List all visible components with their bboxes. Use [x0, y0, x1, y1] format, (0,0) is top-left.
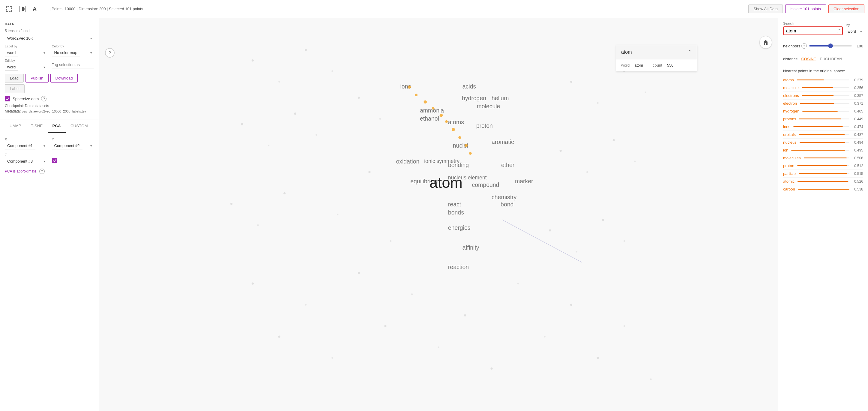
- nearest-item-name[interactable]: carbon: [783, 187, 795, 192]
- svg-text:marker: marker: [515, 178, 533, 184]
- svg-text:affinity: affinity: [463, 244, 479, 251]
- nearest-item-name[interactable]: molecule: [783, 86, 799, 90]
- show-all-btn[interactable]: Show All Data: [748, 4, 783, 13]
- y-axis-group: Y Component #2: [52, 138, 94, 149]
- atom-card-close[interactable]: ⌃: [687, 49, 692, 56]
- tab-custom[interactable]: CUSTOM: [66, 119, 93, 133]
- nearest-item: atoms0.279: [783, 76, 863, 84]
- svg-point-46: [390, 240, 392, 242]
- clear-selection-btn[interactable]: Clear selection: [829, 4, 864, 13]
- label-button[interactable]: Label: [5, 84, 25, 93]
- search-input[interactable]: [786, 28, 834, 33]
- nearest-section: Nearest points in the original space: at…: [778, 65, 868, 197]
- select-rect-btn[interactable]: [4, 4, 14, 14]
- nearest-item-bar-wrap: [804, 157, 849, 158]
- y-axis-select[interactable]: Component #2: [52, 142, 83, 149]
- atom-card-title: atom: [621, 50, 632, 55]
- nearest-item-name[interactable]: electrons: [783, 93, 799, 98]
- nearest-item-bar-wrap: [797, 80, 849, 80]
- svg-point-68: [332, 357, 333, 358]
- help-button[interactable]: ?: [105, 48, 115, 58]
- edit-by-select[interactable]: word: [5, 64, 18, 71]
- nearest-item-name[interactable]: nucleus: [783, 140, 797, 145]
- z-enable-checkbox[interactable]: [52, 158, 57, 163]
- nearest-item-value: 0.371: [852, 101, 863, 106]
- nearest-item-bar-wrap: [800, 103, 849, 104]
- svg-text:molecule: molecule: [476, 103, 500, 110]
- tag-selection-group: [52, 61, 94, 68]
- nearest-item-name[interactable]: ion: [783, 148, 788, 152]
- nearest-item: molecule0.356: [783, 84, 863, 92]
- nearest-item-bar: [791, 150, 845, 151]
- nearest-item: carbon0.538: [783, 185, 863, 193]
- isolate-btn[interactable]: Isolate 101 points: [785, 4, 826, 13]
- svg-line-30: [502, 220, 582, 263]
- x-axis-label: X: [5, 138, 47, 141]
- nearest-item-value: 0.512: [852, 164, 863, 168]
- x-axis-select[interactable]: Component #1: [5, 142, 35, 149]
- nearest-item-name[interactable]: orbitals: [783, 132, 796, 137]
- sphereize-help-icon[interactable]: ?: [41, 96, 46, 101]
- nearest-item: atomic0.526: [783, 178, 863, 185]
- download-button[interactable]: Download: [51, 74, 78, 83]
- search-input-container: Search .*: [783, 22, 843, 35]
- nearest-item-bar-wrap: [798, 189, 849, 189]
- toolbar-right: Show All Data Isolate 101 points Clear s…: [748, 4, 864, 13]
- nearest-item-value: 0.449: [852, 117, 863, 121]
- nearest-item-name[interactable]: protons: [783, 117, 796, 121]
- euclidean-option[interactable]: EUCLIDEAN: [820, 57, 842, 61]
- tab-tsne[interactable]: T-SNE: [26, 119, 48, 133]
- svg-point-51: [560, 150, 562, 152]
- svg-point-67: [278, 336, 280, 338]
- home-button[interactable]: [760, 36, 772, 49]
- publish-button[interactable]: Publish: [26, 74, 49, 83]
- nearest-item-name[interactable]: hydrogen: [783, 109, 799, 113]
- search-clear-icon[interactable]: .*: [837, 28, 840, 34]
- svg-text:reaction: reaction: [448, 264, 469, 270]
- neighbors-help-icon[interactable]: ?: [801, 43, 807, 49]
- nearest-item-name[interactable]: particle: [783, 171, 796, 176]
- search-label: Search: [783, 22, 843, 25]
- label-by-select[interactable]: word: [5, 49, 18, 56]
- nearest-item-name[interactable]: electron: [783, 101, 797, 106]
- svg-text:acids: acids: [463, 83, 476, 90]
- cosine-option[interactable]: COSINE: [801, 57, 816, 61]
- nearest-item-name[interactable]: ions: [783, 124, 790, 129]
- stats-label: | Points: 10000 | Dimension: 200 | Selec…: [50, 7, 143, 11]
- tag-selection-input[interactable]: [52, 61, 94, 68]
- nearest-item-name[interactable]: proton: [783, 164, 794, 168]
- search-box: .*: [783, 26, 843, 35]
- toolbar-icons: A: [4, 4, 41, 14]
- edit-by-select-wrapper: word: [5, 64, 47, 71]
- contrast-btn[interactable]: [17, 4, 28, 14]
- label-by-select-wrapper: word: [5, 49, 47, 56]
- scatter-plot[interactable]: atom ions acids hydrogen helium ammonia …: [99, 18, 778, 411]
- nearest-item-name[interactable]: atomic: [783, 179, 795, 184]
- pca-note: PCA is approximate. ?: [5, 169, 94, 174]
- tab-umap[interactable]: UMAP: [5, 119, 26, 133]
- label-btn[interactable]: A: [30, 4, 41, 14]
- distance-section: distance COSINE EUCLIDEAN: [778, 53, 868, 65]
- by-select[interactable]: word label index: [846, 28, 863, 35]
- load-button[interactable]: Load: [5, 74, 24, 83]
- tensor-select-wrapper: Word2Vec 10K: [5, 35, 94, 42]
- nearest-item-name[interactable]: atoms: [783, 78, 794, 82]
- projection-tabs: UMAP T-SNE PCA CUSTOM: [0, 119, 99, 133]
- y-axis-label: Y: [52, 138, 94, 141]
- atom-card: atom ⌃ word atom count 550: [616, 45, 697, 71]
- z-axis-select[interactable]: Component #3: [5, 158, 35, 165]
- by-label: by: [846, 23, 863, 27]
- center-panel[interactable]: atom ions acids hydrogen helium ammonia …: [99, 18, 778, 411]
- nearest-item-name[interactable]: molecules: [783, 156, 801, 160]
- color-by-select[interactable]: No color map: [52, 49, 80, 56]
- svg-point-80: [445, 120, 448, 123]
- tab-pca[interactable]: PCA: [48, 119, 66, 133]
- pca-help-icon[interactable]: ?: [39, 169, 45, 174]
- tensor-select[interactable]: Word2Vec 10K: [5, 35, 36, 42]
- neighbors-slider[interactable]: [809, 45, 852, 47]
- sphereize-checkbox[interactable]: [5, 96, 10, 101]
- nearest-item-bar: [793, 126, 843, 127]
- svg-point-38: [315, 134, 317, 136]
- nearest-item-bar-wrap: [791, 150, 849, 151]
- axis-section: X Component #1 Y Component #2: [0, 133, 99, 178]
